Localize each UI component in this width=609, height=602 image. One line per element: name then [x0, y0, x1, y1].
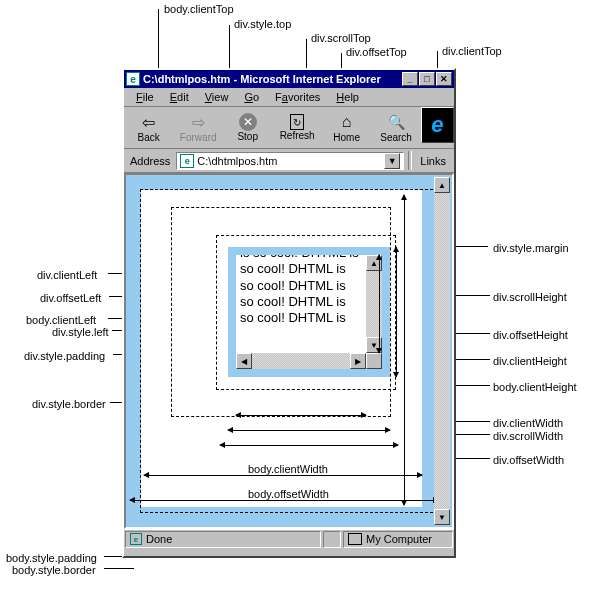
forward-button[interactable]: ⇨ Forward [173, 107, 222, 148]
status-zone-text: My Computer [366, 533, 432, 545]
back-icon: ⇦ [139, 112, 159, 132]
back-label: Back [138, 132, 160, 143]
measure-div-offset-width [220, 445, 398, 446]
measure-div-scroll-width [228, 430, 390, 431]
stop-icon: ✕ [239, 113, 257, 131]
ie-logo-icon: e [421, 107, 454, 143]
menu-favorites[interactable]: Favorites [267, 90, 328, 104]
scroll-left-icon[interactable]: ◀ [236, 353, 252, 369]
line [104, 568, 134, 569]
callout-body-client-top: body.clientTop [164, 3, 234, 15]
callout-div-client-top: div.clientTop [442, 45, 502, 57]
scroll-up-icon[interactable]: ▲ [434, 177, 450, 193]
measure-body-client-width [144, 475, 422, 476]
forward-label: Forward [180, 132, 217, 143]
refresh-label: Refresh [280, 130, 315, 141]
callout-div-offset-height: div.offsetHeight [493, 329, 568, 341]
done-icon: e [130, 533, 142, 545]
menubar: File Edit View Go Favorites Help [124, 88, 454, 107]
menu-view[interactable]: View [197, 90, 237, 104]
refresh-button[interactable]: ↻ Refresh [272, 107, 321, 148]
links-label[interactable]: Links [416, 155, 450, 167]
menu-edit[interactable]: Edit [162, 90, 197, 104]
titlebar: e C:\dhtmlpos.htm - Microsoft Internet E… [124, 70, 454, 88]
callout-body-style-border: body.style.border [12, 564, 96, 576]
scroll-right-icon[interactable]: ▶ [350, 353, 366, 369]
dhtml-div-viewport: is so cool! DHTML is so cool! DHTML is s… [236, 255, 382, 369]
callout-div-scroll-width: div.scrollWidth [493, 430, 563, 442]
window-controls: _ □ ✕ [402, 72, 452, 86]
callout-div-scroll-height: div.scrollHeight [493, 291, 567, 303]
search-label: Search [380, 132, 412, 143]
scroll-down-icon[interactable]: ▼ [434, 509, 450, 525]
callout-div-client-height: div.clientHeight [493, 355, 567, 367]
my-computer-icon [348, 533, 362, 545]
measure-body-offset-width [130, 500, 438, 501]
menu-file[interactable]: File [128, 90, 162, 104]
callout-div-client-left: div.clientLeft [37, 269, 97, 281]
menu-go[interactable]: Go [236, 90, 267, 104]
toolbar: ⇦ Back ⇨ Forward ✕ Stop ↻ Refresh ⌂ Home… [124, 107, 454, 149]
div-horizontal-scrollbar[interactable]: ◀ ▶ [236, 353, 366, 369]
callout-body-client-height: body.clientHeight [493, 381, 577, 393]
stop-label: Stop [237, 131, 258, 142]
status-text-pane: e Done [125, 531, 321, 548]
label-body-offset-width: body.offsetWidth [248, 488, 329, 500]
measure-div-offset-height [396, 247, 397, 377]
label-body-client-width: body.clientWidth [248, 463, 328, 475]
back-button[interactable]: ⇦ Back [124, 107, 173, 148]
callout-div-offset-top: div.offsetTop [346, 46, 407, 58]
measure-div-client-width [236, 415, 366, 416]
measure-body-client-height [404, 195, 405, 505]
status-text: Done [146, 533, 172, 545]
ie-document-icon: e [126, 72, 140, 86]
address-dropdown-icon[interactable]: ▼ [384, 153, 400, 169]
address-value: C:\dhtmlpos.htm [197, 155, 277, 167]
callout-div-style-margin: div.style.margin [493, 242, 569, 254]
document-body-area: is so cool! DHTML is so cool! DHTML is s… [124, 173, 454, 529]
callout-div-offset-left: div.offsetLeft [40, 292, 101, 304]
address-bar: Address e C:\dhtmlpos.htm ▼ Links [124, 149, 454, 173]
refresh-icon: ↻ [290, 114, 304, 130]
close-button[interactable]: ✕ [436, 72, 452, 86]
callout-div-scroll-top: div.scrollTop [311, 32, 371, 44]
status-zone-pane: My Computer [343, 531, 453, 548]
callout-div-style-left: div.style.left [52, 326, 109, 338]
callout-div-style-border: div.style.border [32, 398, 106, 410]
dhtml-div: is so cool! DHTML is so cool! DHTML is s… [228, 247, 390, 377]
minimize-button[interactable]: _ [402, 72, 418, 86]
callout-div-style-top: div.style.top [234, 18, 291, 30]
home-label: Home [333, 132, 360, 143]
address-input[interactable]: e C:\dhtmlpos.htm ▼ [176, 152, 404, 170]
maximize-button[interactable]: □ [419, 72, 435, 86]
measure-div-client-height [379, 255, 380, 353]
callout-div-style-padding: div.style.padding [24, 350, 105, 362]
home-button[interactable]: ⌂ Home [322, 107, 371, 148]
stop-button[interactable]: ✕ Stop [223, 107, 272, 148]
callout-body-client-left: body.clientLeft [26, 314, 96, 326]
search-button[interactable]: 🔍 Search [371, 107, 420, 148]
address-label: Address [128, 155, 172, 167]
menu-help[interactable]: Help [328, 90, 367, 104]
forward-icon: ⇨ [188, 112, 208, 132]
scroll-corner [366, 353, 382, 369]
dhtml-text: is so cool! DHTML is so cool! DHTML is s… [236, 255, 364, 326]
separator [408, 151, 412, 170]
callout-div-offset-width: div.offsetWidth [493, 454, 564, 466]
window-title: C:\dhtmlpos.htm - Microsoft Internet Exp… [143, 73, 402, 85]
home-icon: ⌂ [337, 112, 357, 132]
search-icon: 🔍 [386, 112, 406, 132]
ie-window: e C:\dhtmlpos.htm - Microsoft Internet E… [122, 68, 456, 558]
body-vertical-scrollbar[interactable]: ▲ ▼ [434, 177, 450, 525]
callout-body-style-padding: body.style.padding [6, 552, 97, 564]
ie-page-icon: e [180, 154, 194, 168]
callout-div-client-width: div.clientWidth [493, 417, 563, 429]
statusbar: e Done My Computer [124, 529, 454, 548]
status-progress-pane [323, 531, 341, 548]
